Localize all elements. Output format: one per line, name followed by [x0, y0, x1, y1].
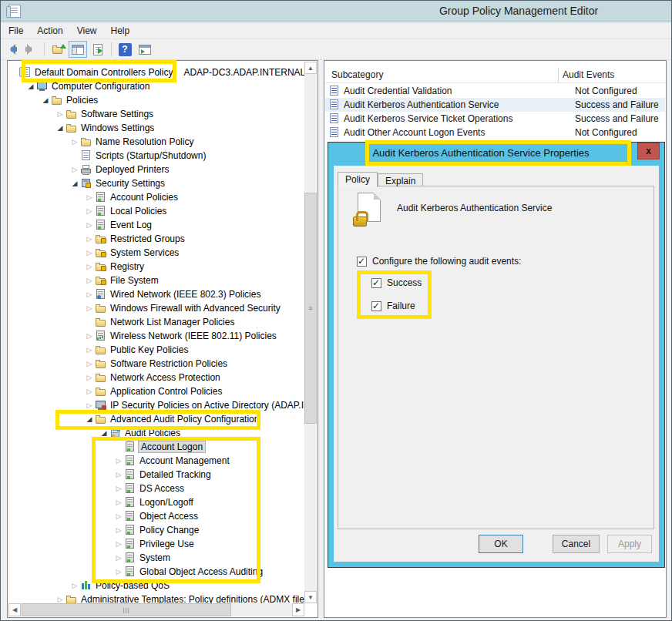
expand-toggle-icon[interactable]: ▷ [84, 274, 95, 287]
expand-toggle-icon[interactable]: ▷ [113, 509, 124, 523]
expand-toggle-icon[interactable]: ▷ [113, 537, 124, 551]
scroll-right-icon[interactable]: ▶ [292, 603, 304, 616]
expand-toggle-icon[interactable]: ▷ [69, 579, 80, 592]
tree-item[interactable]: ▷ DS Access [8, 482, 304, 495]
expand-toggle-icon[interactable]: ▷ [84, 287, 95, 301]
tree-item[interactable]: ▷ Object Access [8, 509, 304, 523]
tree-item[interactable]: ▷ Event Log [8, 218, 304, 232]
expand-toggle-icon[interactable]: ▷ [84, 246, 95, 260]
expand-toggle-icon[interactable]: ▷ [84, 343, 95, 357]
column-subcategory[interactable]: Subcategory [331, 69, 383, 80]
list-row[interactable]: Audit Kerberos Authentication Service Su… [325, 98, 665, 112]
tree-item[interactable]: ◢ Advanced Audit Policy Configuration [8, 412, 304, 426]
show-console-tree-button[interactable] [69, 41, 87, 58]
tree-item[interactable]: ▷ Wireless Network (IEEE 802.11) Policie… [8, 329, 304, 343]
tree-item[interactable]: ▷ Policy Change [8, 523, 304, 537]
expand-toggle-icon[interactable]: ▷ [84, 218, 95, 232]
tree-item[interactable]: ▷ Software Restriction Policies [8, 357, 304, 371]
cancel-button[interactable]: Cancel [553, 535, 600, 553]
apply-button[interactable]: Apply [607, 535, 652, 553]
tree-item[interactable]: Scripts (Startup/Shutdown) [8, 149, 304, 163]
expand-toggle-icon[interactable]: ▷ [84, 371, 95, 384]
tree-item[interactable]: ▷ Registry [8, 260, 304, 274]
forward-button[interactable] [22, 41, 40, 58]
tree-item[interactable]: ▷ Detailed Tracking [8, 468, 304, 482]
menu-view[interactable]: View [70, 22, 104, 39]
option-checkbox[interactable] [371, 301, 381, 311]
tree-item[interactable]: ▷ Name Resolution Policy [8, 135, 304, 149]
tree-item[interactable]: ▷ Public Key Policies [8, 343, 304, 357]
tree-item[interactable]: ▷ IP Security Policies on Active Directo… [8, 398, 304, 412]
expand-toggle-icon[interactable]: ▷ [113, 551, 124, 565]
tree-item[interactable]: ▷ Global Object Access Auditing [8, 565, 304, 579]
scroll-left-icon[interactable]: ◀ [8, 603, 21, 616]
list-row[interactable]: Audit Other Account Logon Events Not Con… [325, 126, 665, 139]
vertical-scroll-thumb[interactable]: ≡ [304, 193, 317, 424]
expand-toggle-icon[interactable]: ▷ [84, 357, 95, 371]
expand-toggle-icon[interactable]: ◢ [99, 426, 109, 440]
tree-item[interactable]: ▷ Software Settings [8, 107, 304, 121]
close-icon[interactable]: x [637, 143, 660, 159]
expand-toggle-icon[interactable]: ▷ [84, 232, 95, 246]
menu-action[interactable]: Action [30, 22, 69, 39]
expand-toggle-icon[interactable]: ▷ [84, 204, 95, 218]
tree-item[interactable]: ▷ Account Management [8, 454, 304, 468]
menu-help[interactable]: Help [104, 22, 137, 39]
column-audit-events[interactable]: Audit Events [563, 69, 614, 80]
tree-item[interactable]: ▷ Privilege Use [8, 537, 304, 551]
expand-toggle-icon[interactable]: ◢ [69, 176, 80, 190]
new-window-button[interactable] [136, 41, 154, 58]
tree-item[interactable]: ▷ Administrative Templates: Policy defin… [8, 592, 304, 603]
tree-item[interactable]: ▷ System Services [8, 246, 304, 260]
option-checkbox[interactable] [371, 278, 381, 288]
expand-toggle-icon[interactable]: ▷ [84, 384, 95, 398]
configure-checkbox[interactable] [357, 257, 367, 267]
tree-item[interactable]: ◢ Policies [8, 93, 304, 107]
expand-toggle-icon[interactable]: ▷ [55, 592, 66, 603]
tree-vertical-scrollbar[interactable]: ▲ ≡ ▼ [304, 62, 317, 603]
expand-toggle-icon[interactable]: ▷ [55, 107, 66, 121]
tree-item[interactable]: ◢ Audit Policies [8, 426, 304, 440]
tab-explain[interactable]: Explain [378, 173, 423, 186]
expand-toggle-icon[interactable]: ▷ [84, 398, 95, 412]
expand-toggle-icon[interactable]: ▷ [113, 454, 124, 468]
expand-toggle-icon[interactable]: ▷ [113, 468, 124, 482]
expand-toggle-icon[interactable]: ▷ [69, 135, 80, 149]
expand-toggle-icon[interactable]: ▷ [84, 190, 95, 204]
tree-item[interactable]: ▷ Restricted Groups [8, 232, 304, 246]
expand-toggle-icon[interactable]: ◢ [55, 121, 66, 135]
scroll-up-icon[interactable]: ▲ [304, 62, 317, 74]
tree-item[interactable]: ▷ Policy-based QoS [8, 579, 304, 592]
export-list-button[interactable] [89, 41, 107, 58]
tree-item[interactable]: Account Logon [8, 440, 304, 454]
tree-item[interactable]: ▷ Account Policies [8, 190, 304, 204]
tree-item[interactable]: ▷ Logon/Logoff [8, 495, 304, 509]
tree-item[interactable]: ◢ Security Settings [8, 176, 304, 190]
expand-toggle-icon[interactable]: ◢ [40, 93, 51, 107]
expand-toggle-icon[interactable]: ▷ [84, 260, 95, 274]
back-button[interactable] [2, 41, 20, 58]
expand-toggle-icon[interactable]: ▷ [69, 163, 80, 176]
tree-item[interactable]: ▷ Wired Network (IEEE 802.3) Policies [8, 287, 304, 301]
tree-item[interactable]: ▷ Local Policies [8, 204, 304, 218]
tree-item[interactable]: ▷ Network Access Protection [8, 371, 304, 384]
tree-horizontal-scrollbar[interactable]: ◀ ||| ▶ [8, 603, 304, 616]
tree-item[interactable]: ▷ Application Control Policies [8, 384, 304, 398]
expand-toggle-icon[interactable]: ▷ [113, 495, 124, 509]
tree-item[interactable]: Network List Manager Policies [8, 315, 304, 329]
scroll-down-icon[interactable]: ▼ [304, 591, 317, 603]
help-button[interactable]: ? [116, 41, 134, 58]
ok-button[interactable]: OK [479, 535, 523, 553]
tree-item[interactable]: ◢ Windows Settings [8, 121, 304, 135]
tree-item[interactable]: ▷ Deployed Printers [8, 163, 304, 176]
list-row[interactable]: Audit Kerberos Service Ticket Operations… [325, 112, 665, 126]
tree-item[interactable]: ▷ Windows Firewall with Advanced Securit… [8, 301, 304, 315]
tree-item[interactable]: ◢ Computer Configuration [8, 79, 304, 93]
expand-toggle-icon[interactable]: ▷ [84, 301, 95, 315]
up-one-level-button[interactable] [49, 41, 67, 58]
tree-item[interactable]: ▷ System [8, 551, 304, 565]
column-divider[interactable] [558, 68, 559, 82]
expand-toggle-icon[interactable]: ▷ [84, 329, 95, 343]
list-row[interactable]: Audit Credential Validation Not Configur… [325, 84, 665, 98]
expand-toggle-icon[interactable]: ◢ [84, 412, 95, 426]
